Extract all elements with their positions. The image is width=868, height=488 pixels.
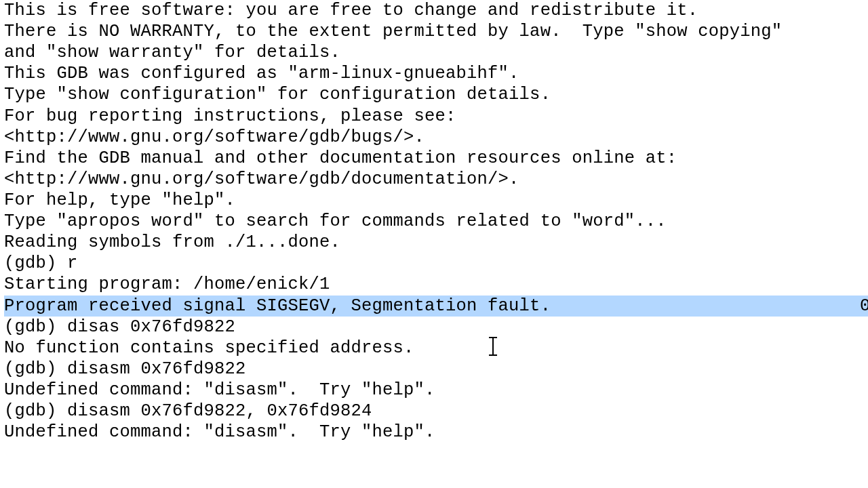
terminal-line: <http://www.gnu.org/software/gdb/bugs/>. — [4, 127, 864, 148]
terminal-line: This is free software: you are free to c… — [4, 0, 864, 21]
terminal-line: Undefined command: "disasm". Try "help". — [4, 380, 864, 401]
terminal-line: Type "show configuration" for configurat… — [4, 84, 864, 105]
terminal-line: (gdb) disasm 0x76fd9822 — [4, 359, 864, 380]
terminal-line: This GDB was configured as "arm-linux-gn… — [4, 63, 864, 84]
terminal-line: Type "apropos word" to search for comman… — [4, 211, 864, 232]
terminal-line: For help, type "help". — [4, 190, 864, 211]
terminal-line: and "show warranty" for details. — [4, 42, 864, 63]
terminal-line: <http://www.gnu.org/software/gdb/documen… — [4, 169, 864, 190]
terminal-line: Find the GDB manual and other documentat… — [4, 148, 864, 169]
terminal-line: There is NO WARRANTY, to the extent perm… — [4, 21, 864, 42]
terminal-line: 0x76fd9822 in ?? () from /lib/ld-linux-a… — [860, 296, 868, 317]
terminal-line: Program received signal SIGSEGV, Segment… — [4, 296, 860, 317]
terminal-line: (gdb) disasm 0x76fd9822, 0x76fd9824 — [4, 401, 864, 422]
terminal-output[interactable]: This is free software: you are free to c… — [0, 0, 868, 443]
terminal-line: Starting program: /home/enick/1 — [4, 274, 864, 295]
terminal-line: For bug reporting instructions, please s… — [4, 106, 864, 127]
terminal-line: (gdb) r — [4, 253, 864, 274]
terminal-line: Reading symbols from ./1...done. — [4, 232, 864, 253]
terminal-line: Undefined command: "disasm". Try "help". — [4, 422, 864, 443]
terminal-line: (gdb) disas 0x76fd9822 — [4, 317, 864, 338]
terminal-line: No function contains specified address. — [4, 338, 864, 359]
